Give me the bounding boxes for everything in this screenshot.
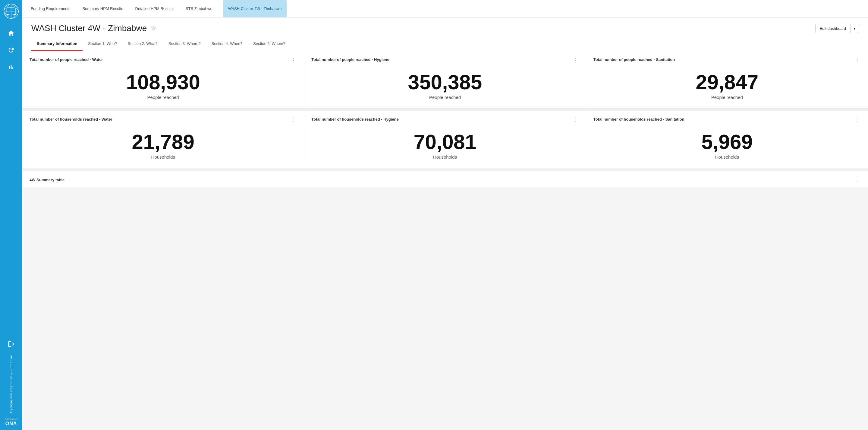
stat-card-title: Total number of households reached - Hyg… (311, 117, 398, 121)
stat-card-title: Total number of households reached - San… (593, 117, 684, 121)
chart-icon (7, 63, 15, 70)
stat-card-header: Total number of people reached - Water ⋮ (30, 57, 297, 63)
stat-value: 70,081 (311, 132, 578, 152)
section-tab-section-1-who-[interactable]: Section 1: Who? (83, 37, 122, 51)
stat-card-2: Total number of people reached - Sanitat… (586, 51, 868, 109)
stat-card-title: Total number of people reached - Sanitat… (593, 57, 675, 62)
stat-card-more-icon[interactable]: ⋮ (855, 57, 861, 63)
stat-card-1: Total number of households reached - Hyg… (304, 111, 586, 168)
refresh-icon (7, 47, 15, 54)
sidebar: Cyclone Idai Response – Zimbabwe Powered… (0, 0, 22, 430)
stat-card-header: Total number of households reached - San… (593, 117, 861, 122)
edit-dashboard-label[interactable]: Edit dashboard (815, 24, 850, 33)
section-tab-section-5-whom-[interactable]: Section 5: Whom? (248, 37, 290, 51)
stat-card-title: Total number of people reached - Water (30, 57, 103, 62)
page-header: WASH Cluster 4W - Zimbabwe ☆ Edit dashbo… (22, 18, 868, 37)
stat-value: 5,969 (593, 132, 861, 152)
sidebar-nav-icons (0, 25, 22, 76)
stat-label: People reached (593, 95, 861, 100)
summary-table-title: 4W Summary table (30, 178, 64, 182)
stat-label: People reached (311, 95, 578, 100)
nav-item-wash-cluster-4w---zimbabwe[interactable]: WASH Cluster 4W - Zimbabwe (223, 0, 287, 18)
onn-brand: ONA (5, 421, 17, 426)
home-icon (7, 30, 15, 37)
stat-value: 29,847 (593, 72, 861, 92)
summary-table-more-icon[interactable]: ⋮ (855, 177, 861, 182)
sidebar-bottom: Cyclone Idai Response – Zimbabwe Powered… (0, 336, 22, 430)
stat-card-0: Total number of households reached - Wat… (22, 111, 304, 168)
summary-table-card: 4W Summary table ⋮ (22, 171, 868, 187)
stat-card-header: Total number of people reached - Hygiene… (311, 57, 578, 63)
stat-card-title: Total number of households reached - Wat… (30, 117, 112, 121)
stat-label: Households (30, 154, 297, 160)
nav-item-sts-zimbabwe[interactable]: STS Zimbabwe (184, 0, 214, 18)
section-tab-section-3-where-[interactable]: Section 3: Where? (163, 37, 206, 51)
main-content: Funding RequirementsSummary HPM ResultsD… (22, 0, 868, 430)
home-nav-item[interactable] (0, 25, 22, 41)
logout-icon (7, 340, 15, 348)
stat-card-1: Total number of people reached - Hygiene… (304, 51, 586, 109)
stat-card-header: Total number of households reached - Hyg… (311, 117, 578, 122)
stat-label: Households (593, 154, 861, 160)
nav-item-funding-requirements[interactable]: Funding Requirements (30, 0, 72, 18)
refresh-nav-item[interactable] (0, 41, 22, 58)
stat-value: 21,789 (30, 132, 297, 152)
logout-nav-item[interactable] (0, 336, 22, 352)
stat-card-header: Total number of households reached - Wat… (30, 117, 297, 122)
section-tabs: Summary InformationSection 1: Who?Sectio… (22, 37, 868, 51)
stat-label: People reached (30, 95, 297, 100)
stat-value: 108,930 (30, 72, 297, 92)
top-nav: Funding RequirementsSummary HPM ResultsD… (22, 0, 868, 18)
chart-nav-item[interactable] (0, 58, 22, 76)
page-title: WASH Cluster 4W - Zimbabwe (31, 24, 147, 33)
stat-card-more-icon[interactable]: ⋮ (291, 117, 297, 122)
stat-card-more-icon[interactable]: ⋮ (573, 117, 579, 122)
edit-dashboard-button[interactable]: Edit dashboard ▾ (815, 24, 859, 33)
people-reached-grid: Total number of people reached - Water ⋮… (22, 51, 868, 109)
un-logo-icon (4, 4, 19, 19)
stat-card-more-icon[interactable]: ⋮ (573, 57, 579, 63)
project-name-vertical: Cyclone Idai Response – Zimbabwe (9, 355, 13, 413)
section-tab-section-2-what-[interactable]: Section 2: What? (122, 37, 163, 51)
section-tab-section-4-when-[interactable]: Section 4: When? (206, 37, 248, 51)
stat-card-more-icon[interactable]: ⋮ (855, 117, 861, 122)
powered-by-text: Powered by (5, 418, 18, 420)
stat-card-more-icon[interactable]: ⋮ (291, 57, 297, 63)
powered-by-section: Powered by ONA (5, 418, 18, 426)
sidebar-logo (0, 0, 22, 22)
stat-value: 350,385 (311, 72, 578, 92)
stat-card-2: Total number of households reached - San… (586, 111, 868, 168)
stat-card-header: Total number of people reached - Sanitat… (593, 57, 861, 63)
stat-card-title: Total number of people reached - Hygiene (311, 57, 389, 62)
edit-dashboard-arrow-icon[interactable]: ▾ (850, 24, 859, 33)
section-tab-summary-information[interactable]: Summary Information (31, 37, 83, 51)
households-reached-grid: Total number of households reached - Wat… (22, 111, 868, 168)
favorite-star-icon[interactable]: ☆ (150, 24, 156, 32)
nav-item-summary-hpm-results[interactable]: Summary HPM Results (82, 0, 124, 18)
dashboard-content: Total number of people reached - Water ⋮… (22, 51, 868, 430)
stat-card-0: Total number of people reached - Water ⋮… (22, 51, 304, 109)
row-separator (22, 109, 868, 111)
stat-label: Households (311, 154, 578, 160)
bottom-separator (22, 168, 868, 171)
page-title-row: WASH Cluster 4W - Zimbabwe ☆ (31, 24, 156, 33)
nav-item-detailed-hpm-results[interactable]: Detailed HPM Results (134, 0, 175, 18)
